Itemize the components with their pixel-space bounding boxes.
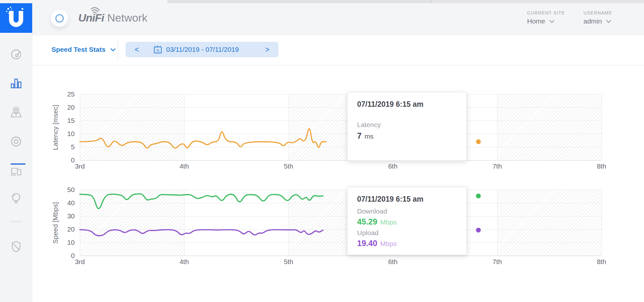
gridline-horizontal <box>80 160 601 160</box>
toolbar-divider <box>118 41 118 59</box>
y-tick-label: 25 <box>55 90 75 98</box>
x-tick-label: 5th <box>284 162 293 170</box>
sidebar-item-threat-management[interactable] <box>9 240 23 254</box>
stats-type-label: Speed Test Stats <box>52 46 106 53</box>
y-tick-label: 50 <box>55 186 75 194</box>
tooltip-timestamp: 07/11/2019 6:15 am <box>357 100 457 109</box>
sidebar-item-clients[interactable] <box>9 164 23 178</box>
wifi-arcs-icon <box>88 5 102 15</box>
y-tick-label: 10 <box>55 130 75 138</box>
tooltip-series-label: Upload <box>357 229 457 237</box>
dashboard-gauge-icon <box>9 47 23 61</box>
map-pin-icon <box>9 105 23 119</box>
y-tick-label: 40 <box>55 199 75 207</box>
ubiquiti-u-icon <box>0 3 32 33</box>
latency-tooltip: 07/11/2019 6:15 am Latency 7ms <box>347 92 467 161</box>
chevron-down-icon <box>549 20 555 23</box>
gridline-horizontal <box>80 256 601 256</box>
current-site-value: Home <box>527 17 545 25</box>
x-tick-label: 7th <box>492 258 502 266</box>
y-tick-label: 10 <box>55 239 75 246</box>
sidebar-item-map[interactable] <box>9 105 23 119</box>
current-site-dropdown[interactable]: Home <box>527 17 565 25</box>
username-dropdown[interactable]: admin <box>583 17 612 25</box>
y-tick-label: 20 <box>55 104 75 111</box>
access-point-image <box>51 10 68 27</box>
username-menu: USERNAME admin <box>583 10 612 25</box>
x-tick-label: 5th <box>284 258 293 266</box>
browser-tab-segment <box>432 0 644 3</box>
tooltip-series-value: 7ms <box>357 131 457 141</box>
date-range-picker: < 31 03/11/2019 - 07/11/2019 > <box>126 42 279 57</box>
chart-canvas <box>80 190 601 256</box>
y-tick-label: 5 <box>55 143 75 151</box>
sidebar-divider <box>10 221 23 222</box>
stats-toolbar: Speed Test Stats < 31 03/11/2019 - 07/11… <box>32 35 644 65</box>
current-site-menu: CURRENT SITE Home <box>527 10 565 25</box>
next-range-button[interactable]: > <box>256 42 279 57</box>
tooltip-series-value: 19.40Mbps <box>357 239 457 248</box>
x-tick-label: 4th <box>179 258 189 266</box>
calendar-glyph: 31 <box>153 45 162 54</box>
upload-data-point[interactable] <box>476 228 481 233</box>
browser-tab-segment <box>0 0 167 3</box>
latency-data-point[interactable] <box>476 139 481 144</box>
stats-type-dropdown[interactable]: Speed Test Stats <box>52 46 116 53</box>
calendar-icon[interactable]: 31 <box>153 45 162 54</box>
username-value: admin <box>583 17 602 25</box>
sidebar-item-insights[interactable] <box>9 192 23 206</box>
x-tick-label: 6th <box>388 162 397 170</box>
y-tick-label: 0 <box>55 252 75 260</box>
tooltip-series-value: 45.29Mbps <box>357 217 457 226</box>
download-line <box>80 194 323 209</box>
x-tick-label: 7th <box>492 162 502 170</box>
unifi-network-page: UniFiNetwork CURRENT SITE Home USERNAME … <box>0 0 644 302</box>
y-tick-label: 15 <box>55 117 75 124</box>
tooltip-series-label: Latency <box>357 121 457 129</box>
x-tick-label: 6th <box>388 258 397 266</box>
x-tick-label: 4th <box>179 162 189 170</box>
chart-canvas <box>80 94 601 160</box>
x-tick-label: 8th <box>597 162 606 170</box>
statistics-bars-icon <box>9 77 23 91</box>
x-tick-label: 8th <box>597 258 606 266</box>
speed-chart: 010203040503rd4th5th6th7th8th <box>80 190 601 256</box>
prev-range-button[interactable]: < <box>126 42 148 57</box>
app-header: UniFiNetwork CURRENT SITE Home USERNAME … <box>32 3 644 35</box>
gridline-vertical <box>601 94 602 160</box>
username-label: USERNAME <box>583 10 612 15</box>
chevron-down-icon <box>110 48 116 51</box>
threat-shield-icon <box>9 240 23 254</box>
y-tick-label: 20 <box>55 225 75 233</box>
upload-line <box>80 230 323 236</box>
sidebar-nav <box>0 3 32 302</box>
y-tick-label: 30 <box>55 212 75 220</box>
devices-donut-icon <box>9 134 23 149</box>
insights-bulb-icon <box>9 192 23 206</box>
sidebar-item-devices[interactable] <box>9 134 23 149</box>
tooltip-timestamp: 07/11/2019 6:15 am <box>357 195 457 204</box>
download-data-point[interactable] <box>476 194 481 198</box>
sidebar-item-dashboard[interactable] <box>9 47 23 61</box>
tooltip-series-label: Download <box>357 207 457 215</box>
gridline-vertical <box>601 190 602 256</box>
speed-tooltip: 07/11/2019 6:15 am Download 45.29Mbps Up… <box>347 187 467 255</box>
ubiquiti-logo[interactable] <box>0 3 32 33</box>
sidebar-item-statistics[interactable] <box>9 77 23 91</box>
current-site-label: CURRENT SITE <box>527 10 565 15</box>
chevron-down-icon <box>606 20 611 23</box>
x-tick-label: 3rd <box>75 258 85 266</box>
browser-tab-segment <box>167 0 432 3</box>
x-tick-label: 3rd <box>75 162 85 170</box>
y-tick-label: 0 <box>55 156 75 164</box>
access-point-led-ring <box>55 14 64 23</box>
date-range-value[interactable]: 03/11/2019 - 07/11/2019 <box>166 46 239 53</box>
latency-chart: 05101520253rd4th5th6th7th8th <box>80 94 601 160</box>
latency-line <box>80 129 326 148</box>
svg-text:31: 31 <box>156 49 160 52</box>
clients-laptop-phone-icon <box>9 164 23 178</box>
brand-product: Network <box>107 12 147 24</box>
